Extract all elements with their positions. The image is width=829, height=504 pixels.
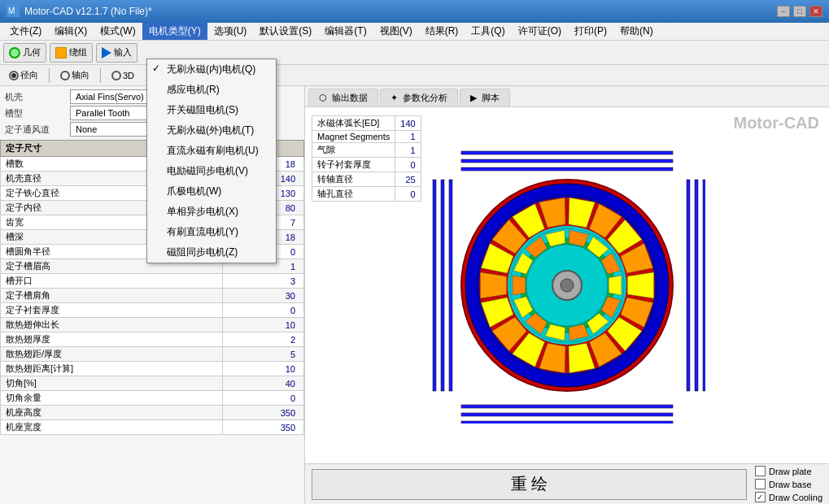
param-value[interactable]: 3 — [222, 274, 303, 289]
rotor-params: 水磁体弧长[ED]140Magnet Segments1气隙1转子衬套厚度0转轴… — [312, 115, 421, 202]
rotor-param-value[interactable]: 0 — [395, 187, 421, 202]
param-value[interactable]: 2 — [222, 332, 303, 347]
rotor-row: 水磁体弧长[ED]140 — [312, 116, 421, 131]
param-value[interactable]: 10 — [222, 362, 303, 376]
motor-diagram — [429, 147, 705, 424]
radial-radio[interactable]: 径向 — [5, 67, 42, 84]
tab-bar: ⬡ 输出数据 ✦ 参数化分析 ▶ 脚本 — [305, 86, 829, 107]
minimize-button[interactable]: − — [777, 6, 790, 17]
dropdown-item-claw_pole[interactable]: 爪极电机(W) — [147, 181, 276, 202]
param-value[interactable]: 40 — [222, 376, 303, 391]
svg-rect-5 — [461, 405, 673, 408]
rotor-param-name: 转子衬套厚度 — [312, 158, 395, 172]
dropdown-item-single_phase_induction[interactable]: 单相异步电机(X) — [147, 202, 276, 222]
rotor-param-name: 转轴直径 — [312, 172, 395, 187]
arrow-icon — [102, 47, 111, 59]
shell-label: 机壳 — [5, 91, 70, 103]
svg-rect-6 — [461, 413, 673, 416]
param-value[interactable]: 350 — [222, 406, 303, 420]
winding-button[interactable]: 绕组 — [50, 43, 93, 63]
menu-item-edit[interactable]: 编辑(X) — [48, 23, 94, 40]
param-value[interactable]: 350 — [222, 420, 303, 435]
dropdown-item-switched_reluctance[interactable]: 开关磁阻电机(S) — [147, 100, 276, 120]
param-name: 机座高度 — [1, 406, 223, 420]
dropdown-item-sync_reluctance[interactable]: 电励磁同步电机(V) — [147, 161, 276, 181]
param-name: 切角[%] — [1, 376, 223, 391]
menu-item-help[interactable]: 帮助(N) — [613, 23, 660, 40]
threed-radio[interactable]: 3D — [107, 68, 138, 83]
svg-rect-3 — [461, 159, 673, 163]
app-icon: M — [7, 4, 20, 20]
motor-cad-label: Motor-CAD — [733, 114, 819, 133]
dropdown-item-dc_pm_brushed[interactable]: 直流永磁有刷电机(U) — [147, 141, 276, 161]
svg-text:M: M — [8, 7, 15, 15]
param-row: 切角[%]40 — [1, 376, 304, 391]
channel-label: 定子通风道 — [5, 124, 70, 136]
menu-item-license[interactable]: 许可证(O) — [512, 23, 568, 40]
rotor-param-value[interactable]: 25 — [395, 172, 421, 187]
menu-item-tools[interactable]: 工具(Q) — [465, 23, 511, 40]
param-value[interactable]: 10 — [222, 318, 303, 332]
radial-radio-dot — [9, 71, 19, 80]
title-text: Motor-CAD v12.1.7 (No File)* — [24, 6, 777, 17]
svg-rect-10 — [449, 180, 452, 391]
rotor-param-value[interactable]: 0 — [395, 158, 421, 172]
draw-plate-checkbox[interactable] — [755, 466, 766, 476]
redraw-button[interactable]: 重 绘 — [312, 469, 747, 500]
close-button[interactable]: ✕ — [809, 6, 822, 17]
param-row: 切角余量0 — [1, 391, 304, 406]
dropdown-item-induction[interactable]: 感应电机(R) — [147, 80, 276, 100]
param-name: 散热翅厚度 — [1, 332, 223, 347]
menu-item-results[interactable]: 结果(R) — [419, 23, 465, 40]
bottom-bar: 重 绘 Draw plate Draw base Draw Cooling — [305, 463, 829, 504]
rotor-param-value[interactable]: 140 — [395, 116, 421, 131]
rotor-param-value[interactable]: 1 — [395, 131, 421, 143]
draw-base-checkbox[interactable] — [755, 479, 766, 489]
param-row: 散热翅距离[计算]10 — [1, 362, 304, 376]
tab-parametric[interactable]: ✦ 参数化分析 — [380, 89, 458, 106]
dropdown-item-brushless_pm_internal[interactable]: 无刷永磁(内)电机(Q) — [147, 59, 276, 80]
rotor-row: 轴孔直径0 — [312, 187, 421, 202]
svg-rect-8 — [433, 180, 436, 391]
rotor-param-value[interactable]: 1 — [395, 143, 421, 158]
titlebar: M Motor-CAD v12.1.7 (No File)* − □ ✕ — [0, 0, 829, 23]
draw-cooling-checkbox[interactable] — [755, 492, 766, 502]
svg-point-23 — [561, 279, 574, 292]
menubar: 文件(Z)编辑(X)模式(W)电机类型(Y)选项(U)默认设置(S)编辑器(T)… — [0, 23, 829, 41]
canvas-area: Motor-CAD 水磁体弧长[ED]140Magnet Segments1气隙… — [305, 107, 829, 463]
param-name: 定子槽肩角 — [1, 289, 223, 303]
rotor-row: 气隙1 — [312, 143, 421, 158]
window-controls: − □ ✕ — [777, 6, 822, 17]
param-value[interactable]: 0 — [222, 303, 303, 318]
svg-rect-7 — [461, 421, 673, 424]
maximize-button[interactable]: □ — [793, 6, 806, 17]
dropdown-item-pm_sync[interactable]: 磁阻同步电机(Z) — [147, 242, 276, 263]
param-value[interactable]: 0 — [222, 391, 303, 406]
param-name: 机座宽度 — [1, 420, 223, 435]
threed-radio-dot — [111, 71, 121, 80]
toolbar2: 径向 轴向 3D — [0, 65, 829, 86]
menu-item-mode[interactable]: 模式(W) — [94, 23, 142, 40]
dropdown-item-brushless_pm_external[interactable]: 无刷永磁(外)电机(T) — [147, 120, 276, 141]
svg-rect-2 — [461, 151, 673, 154]
menu-item-editor[interactable]: 编辑器(T) — [318, 23, 373, 40]
parametric-icon: ✦ — [391, 93, 398, 102]
menu-item-motortype[interactable]: 电机类型(Y) — [142, 23, 207, 40]
menu-item-view[interactable]: 视图(V) — [373, 23, 419, 40]
menu-item-file[interactable]: 文件(Z) — [3, 23, 48, 40]
tab-output[interactable]: ⬡ 输出数据 — [308, 89, 378, 106]
menu-item-print[interactable]: 打印(P) — [568, 23, 613, 40]
tab-script[interactable]: ▶ 脚本 — [460, 89, 510, 106]
right-panel: ⬡ 输出数据 ✦ 参数化分析 ▶ 脚本 Motor-CAD 水磁体弧长[ED]1… — [305, 86, 829, 504]
geometry-button[interactable]: 几何 — [3, 43, 46, 63]
param-value[interactable]: 30 — [222, 289, 303, 303]
param-value[interactable]: 5 — [222, 347, 303, 362]
menu-item-defaults[interactable]: 默认设置(S) — [253, 23, 318, 40]
slot-label: 槽型 — [5, 107, 70, 119]
checkbox-group: Draw plate Draw base Draw Cooling — [755, 466, 822, 502]
menu-item-options[interactable]: 选项(U) — [207, 23, 254, 40]
axial-radio[interactable]: 轴向 — [56, 67, 94, 84]
rotor-row: Magnet Segments1 — [312, 131, 421, 143]
input-button[interactable]: 输入 — [96, 43, 137, 63]
dropdown-item-dc_brushed[interactable]: 有刷直流电机(Y) — [147, 222, 276, 242]
